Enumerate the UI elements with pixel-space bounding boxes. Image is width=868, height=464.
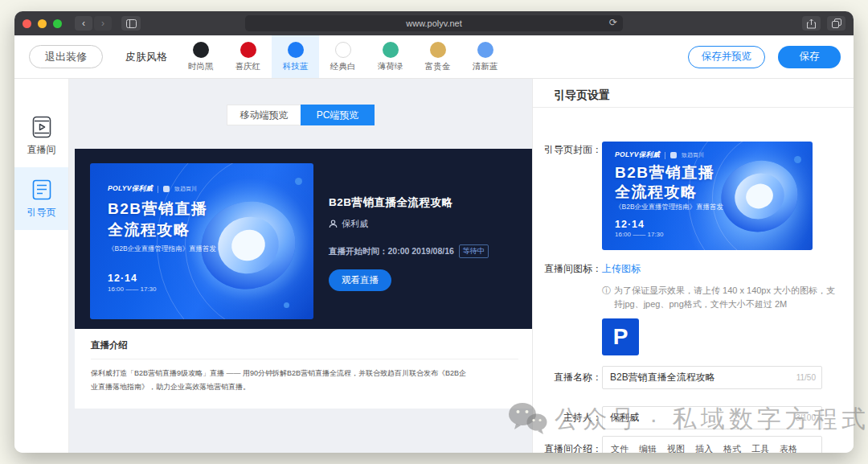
banner-dot	[295, 178, 302, 185]
partner-logo: 致趋百川	[682, 151, 704, 159]
intro-editor[interactable]: 文件 编辑 视图 插入 格式 工具 表格	[602, 436, 822, 453]
traffic-lights	[23, 19, 62, 28]
polyv-logo: POLYV保利威	[615, 150, 660, 160]
theme-fresh-blue-dot	[477, 42, 493, 58]
theme-green[interactable]: 薄荷绿	[366, 35, 414, 78]
editor-menu-insert[interactable]: 插入	[695, 443, 713, 453]
banner-logos: POLYV保利威 致趋百川	[108, 184, 197, 194]
live-name-label: 直播名称：	[533, 371, 602, 384]
banner-date: 12·14	[615, 219, 645, 230]
status-badge: 等待中	[459, 244, 489, 258]
browser-titlebar: ‹ › www.polyv.net ⟳	[14, 11, 854, 35]
polyv-logo: POLYV保利威	[108, 184, 153, 194]
intro-heading: 直播介绍	[75, 329, 533, 351]
theme-red-dot	[240, 42, 256, 58]
preview-area: 移动端预览 PC端预览 POLYV保利威	[69, 79, 532, 453]
logo-divider	[665, 152, 665, 159]
theme-black-dot	[193, 42, 209, 58]
editor-menu-tools[interactable]: 工具	[751, 443, 769, 453]
banner-subtitle: 《B2B企业直播管理指南》直播首发	[615, 203, 723, 212]
host-input[interactable]: 保利威 3/100	[602, 406, 822, 429]
theme-tech-blue[interactable]: 科技蓝	[272, 35, 319, 78]
partner-logo-icon	[670, 152, 677, 158]
banner-title-line2: 全流程攻略	[615, 182, 698, 203]
partner-logo-icon	[163, 186, 170, 192]
editor-menu-bar: 文件 编辑 视图 插入 格式 工具 表格	[603, 437, 821, 453]
banner-date: 12·14	[108, 273, 137, 284]
banner-dot	[794, 156, 801, 163]
theme-gold-dot	[430, 42, 446, 58]
minimize-window-icon[interactable]	[38, 19, 47, 28]
theme-white-dot	[335, 42, 351, 58]
landing-page-icon	[30, 178, 54, 202]
editor-menu-file[interactable]: 文件	[611, 443, 628, 453]
theme-white[interactable]: 经典白	[319, 35, 366, 78]
theme-tech-blue-dot	[288, 42, 304, 58]
theme-fresh-blue[interactable]: 清新蓝	[461, 35, 509, 78]
logo-divider	[158, 186, 158, 193]
theme-gold[interactable]: 富贵金	[414, 35, 461, 78]
preview-tabs: 移动端预览 PC端预览	[69, 105, 532, 125]
decorator-toolbar: 退出装修 皮肤风格 时尚黑 喜庆红 科技蓝 经典白 薄荷绿	[14, 35, 854, 79]
live-hero-section: POLYV保利威 致趋百川 B2B营销直播 全流程攻略 《B2B企业直播管理指南…	[75, 149, 533, 329]
sidebar-item-live-room[interactable]: 直播间	[14, 105, 68, 167]
upload-icon-link[interactable]: 上传图标	[602, 262, 641, 276]
room-intro-label: 直播间介绍：	[533, 436, 602, 453]
live-name-value: B2B营销直播全流程攻略	[610, 371, 715, 384]
theme-green-dot	[383, 42, 399, 58]
settings-title: 引导页设置	[533, 79, 854, 107]
watch-live-button[interactable]: 观看直播	[329, 269, 391, 291]
live-name-counter: 11/50	[796, 373, 816, 382]
cover-thumbnail[interactable]: POLYV保利威 致趋百川 B2B营销直播 全流程攻略 《B2B企业直播管理指南…	[602, 142, 813, 250]
sidebar-item-landing-page[interactable]: 引导页	[14, 167, 68, 230]
skin-style-label: 皮肤风格	[125, 50, 167, 64]
banner-subtitle: 《B2B企业直播管理指南》直播首发	[108, 244, 216, 254]
live-name-input[interactable]: B2B营销直播全流程攻略 11/50	[602, 366, 822, 389]
forward-icon[interactable]: ›	[94, 16, 112, 31]
live-banner: POLYV保利威 致趋百川 B2B营销直播 全流程攻略 《B2B企业直播管理指南…	[90, 163, 313, 319]
room-logo-thumbnail[interactable]: P	[602, 318, 639, 355]
editor-menu-view[interactable]: 视图	[667, 443, 685, 453]
banner-time: 16:00 —— 17:30	[615, 231, 663, 238]
live-title: B2B营销直播全流程攻略	[329, 195, 489, 210]
editor-menu-table[interactable]: 表格	[780, 443, 797, 453]
landing-page-preview-card: POLYV保利威 致趋百川 B2B营销直播 全流程攻略 《B2B企业直播管理指南…	[75, 149, 533, 409]
sidebar-toggle-icon[interactable]	[121, 16, 141, 31]
partner-logo: 致趋百川	[174, 185, 197, 193]
banner-logos: POLYV保利威 致趋百川	[615, 150, 704, 160]
banner-title-line1: B2B营销直播	[108, 199, 208, 220]
live-intro-section: 直播介绍 保利威打造「B2B营销直播9级攻略」直播 —— 用90分钟拆解B2B营…	[75, 329, 533, 409]
settings-panel: 引导页设置 引导页封面： POLYV保利威 致趋百川 B2B营	[532, 79, 854, 453]
exit-decoration-button[interactable]: 退出装修	[29, 45, 103, 68]
host-name: 保利威	[342, 218, 368, 230]
room-icon-label: 直播间图标：	[533, 262, 602, 276]
theme-black[interactable]: 时尚黑	[177, 35, 224, 78]
back-icon[interactable]: ‹	[75, 16, 92, 31]
browser-window: ‹ › www.polyv.net ⟳ 退出装修 皮肤风格 时尚黑	[14, 11, 854, 453]
address-bar[interactable]: www.polyv.net ⟳	[245, 15, 623, 31]
live-info-block: B2B营销直播全流程攻略 保利威 直播开始时间：20:00 2019/08/16…	[313, 149, 489, 329]
theme-red[interactable]: 喜庆红	[224, 35, 272, 78]
cover-label: 引导页封面：	[533, 142, 602, 250]
url-text: www.polyv.net	[406, 18, 462, 28]
close-window-icon[interactable]	[23, 19, 31, 28]
save-and-preview-button[interactable]: 保存并预览	[688, 46, 765, 68]
upload-note: ⓘ 为了保证显示效果，请上传 140 x 140px 大小的图标，支持jpg、j…	[602, 284, 841, 310]
banner-dot	[284, 302, 289, 308]
host-counter: 3/100	[796, 413, 816, 422]
banner-title-line1: B2B营销直播	[615, 162, 715, 183]
host-label: 主持人：	[533, 411, 602, 425]
info-icon: ⓘ	[602, 284, 611, 310]
share-icon[interactable]	[802, 16, 821, 31]
start-time-text: 直播开始时间：20:00 2019/08/16	[329, 246, 454, 257]
tab-mobile-preview[interactable]: 移动端预览	[227, 105, 301, 125]
maximize-window-icon[interactable]	[53, 19, 62, 28]
banner-time: 16:00 —— 17:30	[108, 285, 156, 293]
reload-icon[interactable]: ⟳	[609, 17, 617, 28]
editor-menu-format[interactable]: 格式	[723, 443, 741, 453]
live-room-icon	[30, 115, 54, 139]
save-button[interactable]: 保存	[778, 46, 841, 68]
tab-pc-preview[interactable]: PC端预览	[301, 105, 375, 125]
tabs-overview-icon[interactable]	[827, 16, 845, 31]
editor-menu-edit[interactable]: 编辑	[639, 443, 657, 453]
